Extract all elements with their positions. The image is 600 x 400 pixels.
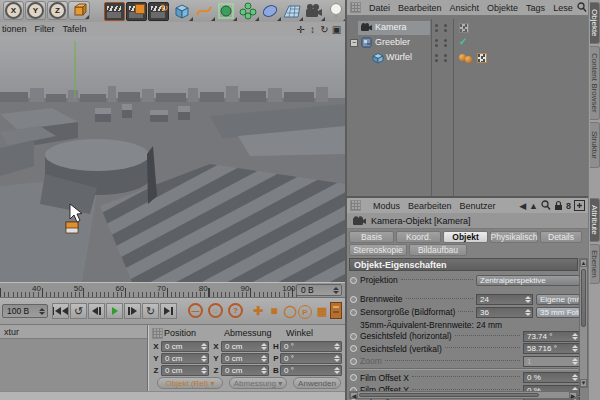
tab-stereoskopie[interactable]: Stereoskopie	[349, 244, 407, 256]
visibility-dots-icon[interactable]	[435, 52, 438, 64]
animation-dot-icon[interactable]	[350, 374, 357, 381]
search-icon[interactable]	[577, 2, 587, 13]
coords-size-z-field[interactable]: 0 cm	[221, 365, 269, 376]
property-field-brennweite[interactable]: 24	[476, 294, 533, 305]
tool-camera-button[interactable]	[304, 1, 325, 21]
stepper-icon[interactable]	[200, 343, 207, 350]
viewport-pan-icon[interactable]: ✛	[295, 24, 306, 35]
transport-loop-button[interactable]: ↻	[142, 303, 159, 319]
search-icon[interactable]	[541, 200, 551, 211]
transport-keyframe-options-button[interactable]: ?	[228, 303, 243, 318]
tab-objekt[interactable]: Objekt	[443, 231, 488, 243]
om-menu-lese[interactable]: Lese	[549, 2, 577, 14]
coords-position-z-field[interactable]: 0 cm	[161, 365, 209, 376]
stepper-icon[interactable]	[260, 343, 267, 350]
viewport-rotate-icon[interactable]: ↻	[319, 24, 330, 35]
animation-dot-icon[interactable]	[350, 358, 357, 365]
transport-key-rotation-toggle[interactable]: ◯	[282, 303, 298, 319]
viewport-menu-filter[interactable]: Filter	[31, 23, 59, 35]
property-dropdown-sensorgröße-bildformat-[interactable]: 35 mm Foto (36.0 mm	[536, 307, 580, 318]
animation-dot-icon[interactable]	[350, 277, 357, 284]
transport-key-scale-toggle[interactable]: ■	[266, 303, 282, 319]
add-panel-icon[interactable]	[574, 200, 585, 211]
tool-cube-primitive-button[interactable]	[172, 1, 193, 21]
stepper-icon[interactable]	[524, 309, 531, 316]
stepper-icon[interactable]	[571, 345, 578, 352]
panel-tab-objekte[interactable]: Objekte	[590, 2, 600, 44]
end-frame-field[interactable]: 100 B	[2, 304, 48, 318]
property-field-gesichtsfeld-vertikal-[interactable]: 58.716 °	[523, 343, 580, 354]
visibility-dots-icon[interactable]	[444, 22, 447, 34]
stepper-icon[interactable]	[200, 367, 207, 374]
om-menu-bearbeiten[interactable]: Bearbeiten	[394, 2, 446, 14]
coords-size-y-field[interactable]: 0 cm	[221, 353, 269, 364]
stepper-icon[interactable]	[333, 355, 340, 362]
compositing-tag-icon[interactable]	[477, 53, 487, 63]
tab-details[interactable]: Details	[540, 231, 582, 243]
door-panel-icon[interactable]	[330, 302, 342, 319]
property-field-zoom[interactable]: 1	[523, 356, 580, 367]
stepper-icon[interactable]	[200, 355, 207, 362]
timeline-frame-field[interactable]: 0 B	[296, 284, 342, 296]
transport-goto-start-button[interactable]	[52, 303, 69, 319]
coords-size-x-field[interactable]: 0 cm	[221, 341, 269, 352]
expander-minus-icon[interactable]: −	[350, 39, 358, 47]
tab-bildaufbau[interactable]: Bildaufbau	[409, 244, 467, 256]
property-field-film-offset-x[interactable]: 0 %	[523, 372, 580, 383]
coords-rotation-b-field[interactable]: 0 °	[280, 365, 342, 376]
stepper-icon[interactable]	[260, 355, 267, 362]
transport-key-position-toggle[interactable]: ✚	[250, 303, 266, 319]
stepper-icon[interactable]	[332, 287, 339, 294]
coords-mode-dropdown[interactable]: Objekt (Rel) ▾	[157, 377, 223, 389]
render-view-button[interactable]	[104, 2, 125, 21]
stepper-icon[interactable]	[571, 333, 578, 340]
stepper-icon[interactable]	[524, 296, 531, 303]
attr-menu-bearbeiten[interactable]: Bearbeiten	[404, 200, 456, 212]
transport-goto-end-button[interactable]	[160, 303, 177, 319]
transport-autokey-button[interactable]: ◌	[208, 303, 223, 318]
attr-menu-benutzer[interactable]: Benutzer	[456, 200, 500, 212]
tab-physikalisch[interactable]: Physikalisch	[490, 231, 538, 243]
tree-row-kamera[interactable]: Kamera	[347, 21, 588, 35]
panel-tab-ebenen[interactable]: Ebenen	[590, 244, 600, 284]
tool-floor-button[interactable]	[282, 1, 303, 21]
panel-tab-content-browser[interactable]: Content Browser	[590, 46, 600, 120]
tool-metaball-button[interactable]	[260, 1, 281, 21]
transport-key-pla-toggle[interactable]: ▦	[314, 303, 330, 319]
viewport-maximize-icon[interactable]: ▣	[331, 24, 342, 35]
visibility-dots-icon[interactable]	[444, 37, 447, 49]
section-header[interactable]: Objekt-Eigenschaften	[349, 258, 578, 271]
stepper-icon[interactable]	[38, 308, 45, 315]
visibility-dots-icon[interactable]	[444, 52, 447, 64]
transport-next-frame-button[interactable]	[124, 303, 141, 319]
animation-dot-icon[interactable]	[350, 309, 357, 316]
back-icon[interactable]: ◀	[519, 201, 526, 211]
visibility-dots-icon[interactable]	[435, 22, 438, 34]
property-dropdown-brennweite[interactable]: Eigene (mm)	[536, 294, 580, 305]
tab-basis[interactable]: Basis	[349, 231, 394, 243]
stepper-icon[interactable]	[260, 367, 267, 374]
panel-tab-struktur[interactable]: Struktur	[590, 122, 600, 168]
tree-row-würfel[interactable]: Würfel	[347, 51, 588, 65]
property-dropdown-projektion[interactable]: Zentralperspektive	[476, 275, 580, 286]
coords-size-dropdown[interactable]: Abmessung ▾	[229, 377, 287, 389]
panel-tab-attribute[interactable]: Attribute	[590, 198, 600, 242]
axis-lock-y-button[interactable]: Y	[25, 1, 46, 20]
render-picture-viewer-button[interactable]	[126, 2, 147, 21]
stepper-icon[interactable]	[571, 374, 578, 381]
om-menu-ansicht[interactable]: Ansicht	[446, 2, 484, 14]
link-icon[interactable]: 8	[566, 201, 571, 211]
enabled-check-icon[interactable]: ✓	[459, 36, 467, 47]
timeline-ruler[interactable]: 0 B 405060708090100	[0, 282, 345, 298]
panel-grip-icon[interactable]	[350, 2, 361, 13]
animation-dot-icon[interactable]	[350, 296, 357, 303]
up-icon[interactable]: ▲	[529, 201, 538, 211]
coords-position-x-field[interactable]: 0 cm	[161, 341, 209, 352]
material-menu-textur[interactable]: xtur	[0, 326, 23, 338]
viewport-menu-tionen[interactable]: tionen	[0, 23, 31, 35]
coords-position-y-field[interactable]: 0 cm	[161, 353, 209, 364]
axis-lock-x-button[interactable]: X	[3, 1, 24, 20]
transport-key-parameter-toggle[interactable]: P	[298, 305, 312, 319]
om-menu-tags[interactable]: Tags	[522, 2, 549, 14]
transport-play-forward-button[interactable]	[106, 303, 123, 319]
